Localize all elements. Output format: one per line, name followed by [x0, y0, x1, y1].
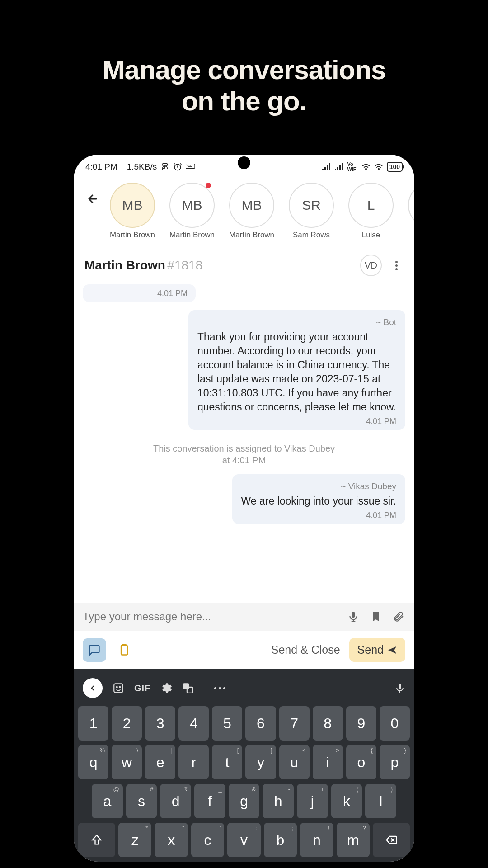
keyboard-key[interactable]: y] [245, 745, 276, 779]
keyboard-key[interactable]: n! [300, 823, 333, 857]
message-sender: ~ Vikas Dubey [241, 481, 396, 491]
contact-avatar: MB [169, 183, 215, 228]
marketing-headline: Manage conversations on the go. [0, 0, 488, 117]
mic-icon[interactable] [347, 610, 360, 623]
svg-rect-10 [327, 165, 328, 170]
contact-name: Sam Rows [293, 231, 330, 240]
keyboard-key[interactable]: r= [178, 745, 209, 779]
keyboard-key[interactable]: 8 [313, 706, 343, 741]
message-input[interactable] [83, 610, 338, 623]
note-mode-button[interactable] [113, 638, 136, 662]
svg-rect-8 [322, 169, 324, 170]
keyboard-key[interactable]: j+ [297, 784, 328, 818]
contact-item[interactable]: MBMartin Brown [225, 183, 278, 240]
keyboard-key[interactable]: i> [313, 745, 343, 779]
more-menu-button[interactable] [389, 255, 404, 276]
keyboard-key[interactable]: v: [227, 823, 260, 857]
keyboard-key[interactable]: 0 [380, 706, 410, 741]
keyboard-key[interactable]: z* [118, 823, 151, 857]
status-time: 4:01 PM [85, 162, 117, 172]
svg-rect-11 [329, 163, 330, 170]
gif-button[interactable]: GIF [134, 683, 150, 693]
contact-item[interactable]: MBMartin Brown [166, 183, 218, 240]
send-and-close-button[interactable]: Send & Close [268, 639, 343, 661]
sticker-icon[interactable] [113, 682, 124, 694]
shift-key[interactable] [78, 823, 115, 857]
alarm-icon [173, 162, 182, 171]
contact-name: Luise [362, 231, 380, 240]
contact-avatar: MB [229, 183, 274, 228]
keyboard-key[interactable]: f_ [194, 784, 225, 818]
send-button[interactable]: Send [349, 638, 405, 662]
keyboard-key[interactable]: p} [380, 745, 410, 779]
translate-icon[interactable]: 文 [182, 682, 194, 694]
contact-item[interactable]: TWTim Will [404, 183, 414, 240]
keyboard-key[interactable]: x" [155, 823, 188, 857]
message-bubble: ~ Bot Thank you for providing your accou… [188, 310, 405, 430]
contact-avatar: TW [408, 183, 414, 228]
svg-point-20 [117, 687, 117, 688]
contact-item[interactable]: SRSam Rows [285, 183, 338, 240]
keyboard-key[interactable]: k( [331, 784, 362, 818]
svg-point-3 [188, 165, 188, 166]
svg-rect-15 [342, 163, 343, 170]
keyboard-key[interactable]: 3 [145, 706, 175, 741]
keyboard-key[interactable]: 5 [212, 706, 242, 741]
send-label: Send [357, 643, 384, 656]
attachment-icon[interactable] [392, 610, 405, 623]
keyboard-key[interactable]: h- [263, 784, 294, 818]
keyboard-key[interactable]: m? [337, 823, 370, 857]
keyboard-key[interactable]: l) [365, 784, 396, 818]
svg-rect-13 [337, 167, 338, 170]
keyboard-key[interactable]: 2 [112, 706, 142, 741]
message-bubble: ~ Vikas Dubey We are looking into your i… [232, 474, 405, 524]
contacts-bar: MBMartin BrownMBMartin BrownMBMartin Bro… [74, 175, 414, 246]
phone-frame: 4:01 PM | 1.5KB/s [66, 146, 422, 868]
vowifi-icon: VoWiFi [347, 162, 358, 172]
keyboard-key[interactable]: e| [145, 745, 175, 779]
keyboard-key[interactable]: d₹ [160, 784, 191, 818]
contact-item[interactable]: MBMartin Brown [106, 183, 159, 240]
keyboard-key[interactable]: q% [78, 745, 108, 779]
keyboard-key[interactable]: 6 [245, 706, 276, 741]
keyboard-key[interactable]: c' [191, 823, 224, 857]
keyboard-collapse-button[interactable] [83, 678, 103, 698]
keyboard-key[interactable]: b; [264, 823, 297, 857]
keyboard-key[interactable]: 1 [78, 706, 108, 741]
bookmark-icon[interactable] [369, 610, 383, 623]
contact-item[interactable]: LLuise [345, 183, 397, 240]
backspace-key[interactable] [373, 823, 410, 857]
keyboard-key[interactable]: g& [229, 784, 260, 818]
signal-icon [322, 163, 331, 170]
svg-rect-2 [186, 164, 195, 168]
svg-rect-19 [114, 684, 123, 693]
agent-avatar[interactable]: VD [360, 255, 382, 276]
send-icon [387, 645, 397, 655]
keyboard-key[interactable]: 7 [279, 706, 310, 741]
message-input-bar [74, 603, 414, 631]
contact-avatar: SR [289, 183, 334, 228]
back-button[interactable] [83, 185, 103, 212]
keyboard-key[interactable]: s# [126, 784, 157, 818]
keyboard-settings-icon[interactable] [160, 682, 172, 694]
keyboard-key[interactable]: w\ [112, 745, 142, 779]
keyboard-key[interactable]: u< [279, 745, 310, 779]
reply-mode-button[interactable] [83, 638, 106, 662]
keyboard-mic-icon[interactable] [394, 683, 405, 693]
svg-point-21 [119, 687, 120, 688]
svg-rect-18 [121, 645, 127, 655]
keyboard-more-icon[interactable] [214, 687, 225, 689]
message-text: We are looking into your issue sir. [241, 494, 396, 508]
message-time: 4:01 PM [241, 511, 396, 520]
contact-avatar: MB [110, 183, 155, 228]
keyboard-key[interactable]: o{ [346, 745, 376, 779]
chat-body[interactable]: 4:01 PM ~ Bot Thank you for providing yo… [74, 284, 414, 603]
contact-name: Martin Brown [229, 231, 274, 240]
keyboard-key[interactable]: 4 [178, 706, 209, 741]
status-speed: 1.5KB/s [127, 162, 157, 172]
svg-rect-14 [339, 165, 341, 170]
keyboard-key[interactable]: 9 [346, 706, 376, 741]
svg-point-17 [378, 169, 379, 170]
keyboard-key[interactable]: t[ [212, 745, 242, 779]
keyboard-key[interactable]: a@ [92, 784, 123, 818]
